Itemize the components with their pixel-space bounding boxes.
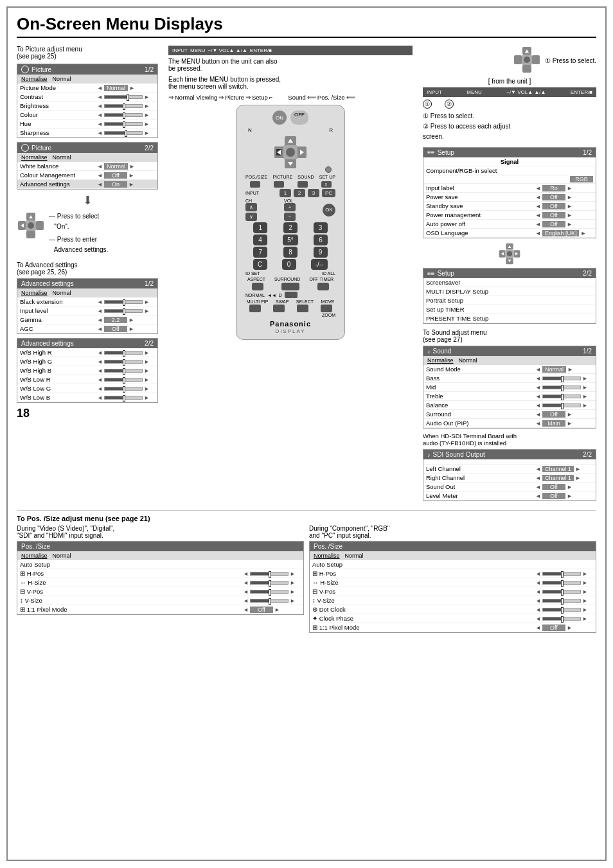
setup-row-rgb: RGB [423,175,596,184]
picture-row-mode: Picture Mode ◄ Normal ► [17,84,157,93]
adv-row-wblg: W/B Low G ◄ ► [17,384,157,393]
vol-label: VOL + − [284,199,296,221]
down-arrow: ⬇ [17,193,158,208]
picture-icon-2 [21,144,29,152]
swap-btn[interactable] [273,305,285,312]
sound-row-treble: Treble ◄ ► [423,392,596,401]
adv-menu-1-subheader: Normalise Normal [17,288,157,297]
ch-up[interactable]: ∧ [245,203,257,211]
vol-up[interactable]: + [284,203,296,211]
adv-row-wbhb: W/B High B ◄ ► [17,366,157,375]
press-labels: — Press to select "On". — Press to enter… [49,211,108,255]
adv-row-wblb: W/B Low B ◄ ► [17,393,157,402]
off-timer-btn[interactable] [317,283,329,290]
move-btn[interactable] [321,305,332,312]
numpad-0[interactable]: 0 [282,259,296,270]
picture-menu-1-subheader: Normalise Normal [17,75,157,84]
sdi-row-right: Right Channel ◄ Channel 1 ► [423,474,596,483]
adv-row-black: Black extension ◄ ► [17,297,157,306]
press-info: ① Press to select. ② Press to access eac… [423,111,596,142]
numpad-2[interactable]: 2 [283,222,298,233]
sound-row-surround: Surround ◄ Off ► [423,410,596,419]
picture-row-adv: Advanced settings ◄ On ► [17,180,157,189]
pos-comp-vpos: ⊟ V-Pos ◄ ► [310,587,596,596]
input-row: INPUT 1 2 3 PC [245,189,335,197]
sound-menu-1-header: ♪ Sound 1/2 [423,346,596,356]
ok-button[interactable]: OK [323,204,335,217]
id-row: ID SET ID ALL [245,271,335,276]
numpad-9[interactable]: 9 [314,247,328,258]
pos-comp-hsize: ↔ H-Size ◄ ► [310,578,596,587]
main-layout: To Picture adjust menu (see page 25) Pic… [17,46,596,505]
adv-row-wbhr: W/B High R ◄ ► [17,348,157,357]
multi-pip-btn[interactable] [249,305,261,312]
pos-video-vsize: ↕ V-Size ◄ ► [17,596,303,605]
svg-rect-1 [26,231,35,238]
pos-comp-dotclock: ⊛ Dot Clock ◄ ► [310,605,596,614]
off-button[interactable]: OFF [290,111,308,125]
sound-icon-btn[interactable] [298,181,308,188]
adv-menu-1-header: Advanced settings 1/2 [17,279,157,288]
ch-down[interactable]: ∨ [245,213,257,221]
numpad: 1 2 3 4 5° 6 7 8 9 [245,222,335,270]
from-unit-label: [ from the unit ] [423,78,596,85]
pos-size-icon-btn[interactable] [250,181,260,188]
numpad-1[interactable]: 1 [253,222,267,233]
setup-row-inputlabel: Input label ◄ Ro ► [423,184,596,193]
select-btn[interactable] [297,305,308,312]
svg-point-24 [524,57,530,63]
remote-on-off: ON OFF [243,111,338,125]
advanced-caption: To Advanced settings (see page 25, 26) [17,261,158,276]
press-select-right: ① Press to select. [545,57,596,64]
svg-point-31 [507,251,512,256]
dpad-small-left [17,211,45,240]
numpad-dash[interactable]: -/-- [311,259,328,270]
setup-row-autopoweroff: Auto power off ◄ Off ► [423,220,596,229]
btn-2[interactable]: 2 [294,189,305,197]
numpad-3[interactable]: 3 [314,222,328,233]
btn-3[interactable]: 3 [308,189,319,197]
setup-menu-1: ≡≡ Setup 1/2 Signal Component/RGB-in sel… [423,147,596,238]
sdi-row-levelmeter: Level Meter ◄ Off ► [423,492,596,500]
btn-1[interactable]: 1 [280,189,291,197]
numpad-8[interactable]: 8 [283,247,298,258]
circle-numbers: ① ② [423,100,596,109]
numpad-7[interactable]: 7 [253,247,267,258]
numpad-4[interactable]: 4 [253,235,267,245]
pos-comp-hpos: ⊞ H-Pos ◄ ► [310,569,596,578]
pos-size-grid: During "Video (S Video)", "Digital", "SD… [17,525,596,637]
pos-size-component-menu: Pos. /Size Normalise Normal Auto Setup ⊞… [309,541,596,633]
setup-menu-1-header: ≡≡ Setup 1/2 [423,148,596,157]
adv-row-wblr: W/B Low R ◄ ► [17,375,157,384]
picture-icon [21,66,29,73]
sound-row-balance: Balance ◄ ► [423,401,596,410]
multi-row-btns [243,305,338,312]
on-button[interactable]: ON [272,111,287,125]
pos-size-component-section: During "Component", "RGB" and "PC" input… [309,525,596,637]
sound-row-bass: Bass ◄ ► [423,374,596,383]
num-1-2-3-pc-row: 1 2 3 PC [280,189,335,197]
advanced-menu-2: Advanced settings 2/2 W/B High R ◄ ► W/B… [17,338,158,403]
vol-down[interactable]: − [284,213,296,221]
sound-menu-1-subheader: Normalise Normal [423,356,596,365]
adv-row-wbhg: W/B High G ◄ ► [17,357,157,366]
press-select-section: ① Press to select. [423,46,596,75]
numpad-5[interactable]: 5° [283,235,298,245]
pos-size-video-subheader: Normalise Normal [17,551,303,560]
numpad-c[interactable]: C [253,259,267,270]
right-column: ① Press to select. [ from the unit ] INP… [423,46,596,505]
surround-btn[interactable] [281,283,299,290]
left-column: To Picture adjust menu (see page 25) Pic… [17,46,158,505]
picture-icon-btn[interactable] [274,181,284,188]
setup-icon-btn[interactable]: ≡ [321,181,332,188]
picture-menu-2-subheader: Normalise Normal [17,153,157,162]
aspect-btn[interactable] [252,283,263,290]
btn-pc[interactable]: PC [322,189,335,197]
normal-d-btn[interactable] [285,292,298,298]
pos-size-video-menu: Pos. /Size Normalise Normal Auto Setup ⊞… [17,541,304,615]
picture-menu-2: Picture 2/2 Normalise Normal White balan… [17,142,158,190]
picture-row-contrast: Contrast ◄ ► [17,93,157,102]
sound-row-mid: Mid ◄ ► [423,383,596,392]
bottom-section: To Pos. /Size adjust menu (see page 21) … [17,510,596,637]
numpad-6[interactable]: 6 [314,235,328,245]
